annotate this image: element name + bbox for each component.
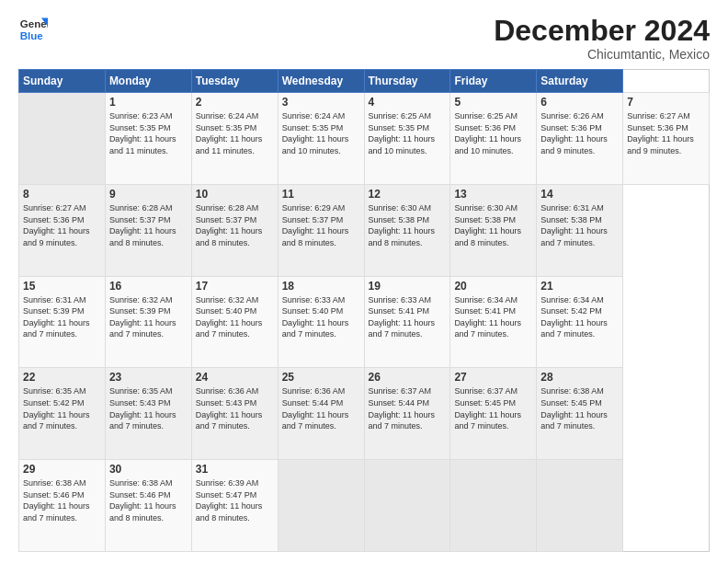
calendar-cell: 15Sunrise: 6:31 AMSunset: 5:39 PMDayligh… xyxy=(19,276,106,368)
day-number: 2 xyxy=(196,96,274,109)
day-number: 18 xyxy=(282,280,360,293)
calendar-cell: 14Sunrise: 6:31 AMSunset: 5:38 PMDayligh… xyxy=(537,184,623,276)
day-header-thursday: Thursday xyxy=(364,70,450,93)
title-block: December 2024 Chicumtantic, Mexico xyxy=(494,15,710,62)
day-number: 21 xyxy=(540,280,619,293)
calendar-cell: 5Sunrise: 6:25 AMSunset: 5:36 PMDaylight… xyxy=(450,93,537,185)
calendar-cell xyxy=(450,460,537,552)
day-header-tuesday: Tuesday xyxy=(191,70,278,93)
cell-info: Sunrise: 6:28 AMSunset: 5:37 PMDaylight:… xyxy=(196,202,274,248)
logo: General Blue xyxy=(18,15,48,44)
cell-info: Sunrise: 6:37 AMSunset: 5:44 PMDaylight:… xyxy=(369,385,447,431)
calendar-week-row: 15Sunrise: 6:31 AMSunset: 5:39 PMDayligh… xyxy=(19,276,710,368)
day-number: 28 xyxy=(540,371,619,384)
day-number: 10 xyxy=(196,188,274,201)
cell-info: Sunrise: 6:26 AMSunset: 5:36 PMDaylight:… xyxy=(540,110,619,156)
day-header-friday: Friday xyxy=(450,70,537,93)
calendar-cell: 13Sunrise: 6:30 AMSunset: 5:38 PMDayligh… xyxy=(450,184,537,276)
day-number: 3 xyxy=(282,96,360,109)
day-number: 29 xyxy=(23,463,101,476)
cell-info: Sunrise: 6:36 AMSunset: 5:43 PMDaylight:… xyxy=(196,385,274,431)
calendar-cell: 23Sunrise: 6:35 AMSunset: 5:43 PMDayligh… xyxy=(105,368,191,460)
calendar-cell: 25Sunrise: 6:36 AMSunset: 5:44 PMDayligh… xyxy=(278,368,364,460)
day-header-monday: Monday xyxy=(105,70,191,93)
calendar-cell: 3Sunrise: 6:24 AMSunset: 5:35 PMDaylight… xyxy=(278,93,364,185)
day-header-sunday: Sunday xyxy=(19,70,106,93)
calendar-cell: 22Sunrise: 6:35 AMSunset: 5:42 PMDayligh… xyxy=(19,368,106,460)
day-number: 11 xyxy=(282,188,360,201)
calendar-cell: 28Sunrise: 6:38 AMSunset: 5:45 PMDayligh… xyxy=(537,368,623,460)
calendar-week-row: 29Sunrise: 6:38 AMSunset: 5:46 PMDayligh… xyxy=(19,460,710,552)
day-number: 25 xyxy=(282,371,360,384)
calendar-cell: 16Sunrise: 6:32 AMSunset: 5:39 PMDayligh… xyxy=(105,276,191,368)
day-number: 30 xyxy=(109,463,188,476)
calendar-cell: 7Sunrise: 6:27 AMSunset: 5:36 PMDaylight… xyxy=(623,93,710,185)
cell-info: Sunrise: 6:38 AMSunset: 5:46 PMDaylight:… xyxy=(109,477,188,523)
calendar-cell: 20Sunrise: 6:34 AMSunset: 5:41 PMDayligh… xyxy=(450,276,537,368)
calendar-cell: 29Sunrise: 6:38 AMSunset: 5:46 PMDayligh… xyxy=(19,460,106,552)
day-number: 14 xyxy=(540,188,619,201)
logo-icon: General Blue xyxy=(18,15,48,44)
month-year-title: December 2024 xyxy=(494,15,710,47)
cell-info: Sunrise: 6:35 AMSunset: 5:42 PMDaylight:… xyxy=(23,385,101,431)
day-number: 7 xyxy=(627,96,705,109)
day-number: 15 xyxy=(23,280,101,293)
cell-info: Sunrise: 6:39 AMSunset: 5:47 PMDaylight:… xyxy=(196,477,274,523)
cell-info: Sunrise: 6:34 AMSunset: 5:41 PMDaylight:… xyxy=(454,294,532,340)
calendar-cell: 17Sunrise: 6:32 AMSunset: 5:40 PMDayligh… xyxy=(191,276,278,368)
day-number: 31 xyxy=(196,463,274,476)
calendar-cell: 6Sunrise: 6:26 AMSunset: 5:36 PMDaylight… xyxy=(537,93,623,185)
day-number: 16 xyxy=(109,280,188,293)
calendar-cell: 10Sunrise: 6:28 AMSunset: 5:37 PMDayligh… xyxy=(191,184,278,276)
calendar-table: SundayMondayTuesdayWednesdayThursdayFrid… xyxy=(18,69,710,552)
calendar-cell: 27Sunrise: 6:37 AMSunset: 5:45 PMDayligh… xyxy=(450,368,537,460)
calendar-week-row: 22Sunrise: 6:35 AMSunset: 5:42 PMDayligh… xyxy=(19,368,710,460)
calendar-cell: 8Sunrise: 6:27 AMSunset: 5:36 PMDaylight… xyxy=(19,184,106,276)
day-number: 24 xyxy=(196,371,274,384)
cell-info: Sunrise: 6:38 AMSunset: 5:46 PMDaylight:… xyxy=(23,477,101,523)
calendar-week-row: 1Sunrise: 6:23 AMSunset: 5:35 PMDaylight… xyxy=(19,93,710,185)
day-number: 1 xyxy=(109,96,188,109)
empty-cell xyxy=(19,93,106,185)
calendar-cell: 2Sunrise: 6:24 AMSunset: 5:35 PMDaylight… xyxy=(191,93,278,185)
cell-info: Sunrise: 6:34 AMSunset: 5:42 PMDaylight:… xyxy=(540,294,619,340)
calendar-cell: 30Sunrise: 6:38 AMSunset: 5:46 PMDayligh… xyxy=(105,460,191,552)
svg-text:Blue: Blue xyxy=(20,30,44,41)
day-header-saturday: Saturday xyxy=(537,70,623,93)
cell-info: Sunrise: 6:32 AMSunset: 5:39 PMDaylight:… xyxy=(109,294,188,340)
cell-info: Sunrise: 6:29 AMSunset: 5:37 PMDaylight:… xyxy=(282,202,360,248)
cell-info: Sunrise: 6:33 AMSunset: 5:41 PMDaylight:… xyxy=(369,294,447,340)
cell-info: Sunrise: 6:31 AMSunset: 5:38 PMDaylight:… xyxy=(540,202,619,248)
calendar-cell: 21Sunrise: 6:34 AMSunset: 5:42 PMDayligh… xyxy=(537,276,623,368)
day-number: 6 xyxy=(540,96,619,109)
calendar-cell: 1Sunrise: 6:23 AMSunset: 5:35 PMDaylight… xyxy=(105,93,191,185)
day-number: 13 xyxy=(454,188,532,201)
cell-info: Sunrise: 6:36 AMSunset: 5:44 PMDaylight:… xyxy=(282,385,360,431)
location-subtitle: Chicumtantic, Mexico xyxy=(494,47,710,62)
calendar-cell: 11Sunrise: 6:29 AMSunset: 5:37 PMDayligh… xyxy=(278,184,364,276)
day-number: 8 xyxy=(23,188,101,201)
cell-info: Sunrise: 6:30 AMSunset: 5:38 PMDaylight:… xyxy=(369,202,447,248)
calendar-cell: 26Sunrise: 6:37 AMSunset: 5:44 PMDayligh… xyxy=(364,368,450,460)
calendar-cell: 31Sunrise: 6:39 AMSunset: 5:47 PMDayligh… xyxy=(191,460,278,552)
day-number: 26 xyxy=(369,371,447,384)
cell-info: Sunrise: 6:28 AMSunset: 5:37 PMDaylight:… xyxy=(109,202,188,248)
day-number: 17 xyxy=(196,280,274,293)
calendar-cell: 19Sunrise: 6:33 AMSunset: 5:41 PMDayligh… xyxy=(364,276,450,368)
calendar-page: General Blue December 2024 Chicumtantic,… xyxy=(0,0,728,563)
cell-info: Sunrise: 6:31 AMSunset: 5:39 PMDaylight:… xyxy=(23,294,101,340)
cell-info: Sunrise: 6:35 AMSunset: 5:43 PMDaylight:… xyxy=(109,385,188,431)
day-header-wednesday: Wednesday xyxy=(278,70,364,93)
calendar-cell: 12Sunrise: 6:30 AMSunset: 5:38 PMDayligh… xyxy=(364,184,450,276)
cell-info: Sunrise: 6:25 AMSunset: 5:36 PMDaylight:… xyxy=(454,110,532,156)
day-number: 27 xyxy=(454,371,532,384)
cell-info: Sunrise: 6:25 AMSunset: 5:35 PMDaylight:… xyxy=(369,110,447,156)
calendar-cell xyxy=(364,460,450,552)
cell-info: Sunrise: 6:38 AMSunset: 5:45 PMDaylight:… xyxy=(540,385,619,431)
cell-info: Sunrise: 6:37 AMSunset: 5:45 PMDaylight:… xyxy=(454,385,532,431)
calendar-cell: 18Sunrise: 6:33 AMSunset: 5:40 PMDayligh… xyxy=(278,276,364,368)
day-number: 12 xyxy=(369,188,447,201)
day-number: 20 xyxy=(454,280,532,293)
day-number: 5 xyxy=(454,96,532,109)
day-number: 4 xyxy=(369,96,447,109)
